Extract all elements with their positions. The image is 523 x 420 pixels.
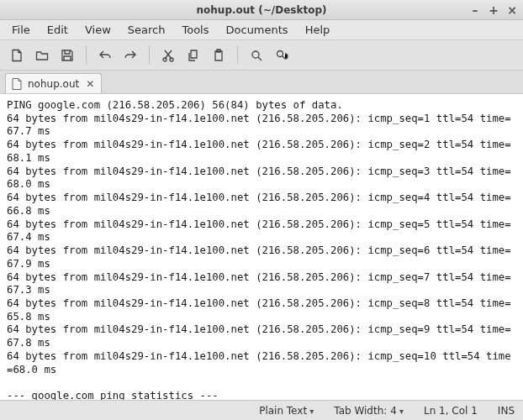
toolbar bbox=[0, 40, 523, 71]
undo-icon bbox=[98, 49, 112, 62]
window-minimize-button[interactable]: – bbox=[469, 3, 481, 17]
editor-area[interactable]: PING google.com (216.58.205.206) 56(84) … bbox=[0, 94, 523, 400]
redo-button[interactable] bbox=[120, 45, 140, 66]
menu-file[interactable]: File bbox=[5, 22, 37, 38]
titlebar: nohup.out (~/Desktop) – + × bbox=[0, 0, 523, 20]
redo-icon bbox=[124, 49, 137, 62]
cut-button[interactable] bbox=[158, 45, 178, 66]
cut-icon bbox=[161, 49, 175, 62]
paste-icon bbox=[212, 49, 225, 62]
window-close-button[interactable]: × bbox=[506, 3, 518, 17]
svg-point-0 bbox=[163, 58, 166, 61]
open-file-icon bbox=[35, 49, 49, 62]
editor-content: PING google.com (216.58.205.206) 56(84) … bbox=[7, 99, 516, 400]
paste-button[interactable] bbox=[209, 45, 229, 66]
menu-documents[interactable]: Documents bbox=[219, 22, 295, 38]
save-button[interactable] bbox=[57, 45, 77, 66]
find-replace-icon bbox=[275, 49, 288, 62]
find-icon bbox=[250, 49, 263, 62]
undo-button[interactable] bbox=[95, 45, 115, 66]
toolbar-separator bbox=[237, 46, 238, 65]
window-title: nohup.out (~/Desktop) bbox=[197, 4, 327, 16]
copy-icon bbox=[187, 49, 200, 62]
status-insert-mode: INS bbox=[498, 405, 515, 417]
status-tabwidth-selector[interactable]: Tab Width: 4 bbox=[334, 405, 404, 417]
menu-edit[interactable]: Edit bbox=[40, 22, 75, 38]
find-replace-button[interactable] bbox=[272, 45, 292, 66]
window-controls: – + × bbox=[469, 0, 518, 20]
new-file-button[interactable] bbox=[7, 45, 27, 66]
toolbar-separator bbox=[86, 46, 87, 65]
find-button[interactable] bbox=[246, 45, 267, 66]
tab-label: nohup.out bbox=[28, 78, 79, 90]
window-maximize-button[interactable]: + bbox=[488, 3, 499, 17]
tab-close-button[interactable]: ✕ bbox=[84, 78, 96, 90]
menu-search[interactable]: Search bbox=[121, 22, 172, 38]
toolbar-separator bbox=[149, 46, 150, 65]
svg-point-2 bbox=[252, 51, 259, 58]
menu-view[interactable]: View bbox=[78, 22, 118, 38]
menubar: File Edit View Search Tools Documents He… bbox=[0, 20, 523, 40]
svg-point-1 bbox=[170, 58, 173, 61]
status-cursor-position: Ln 1, Col 1 bbox=[424, 405, 478, 417]
status-bar: Plain Text Tab Width: 4 Ln 1, Col 1 INS bbox=[0, 400, 523, 420]
copy-button[interactable] bbox=[183, 45, 203, 66]
document-icon bbox=[11, 78, 23, 90]
save-icon bbox=[61, 49, 74, 62]
status-language-selector[interactable]: Plain Text bbox=[259, 405, 314, 417]
new-file-icon bbox=[10, 49, 24, 62]
tab-nohup-out[interactable]: nohup.out ✕ bbox=[5, 73, 102, 93]
tab-bar: nohup.out ✕ bbox=[0, 71, 523, 94]
menu-tools[interactable]: Tools bbox=[175, 22, 215, 38]
open-file-button[interactable] bbox=[32, 45, 52, 66]
menu-help[interactable]: Help bbox=[298, 22, 337, 38]
svg-point-3 bbox=[277, 50, 283, 56]
